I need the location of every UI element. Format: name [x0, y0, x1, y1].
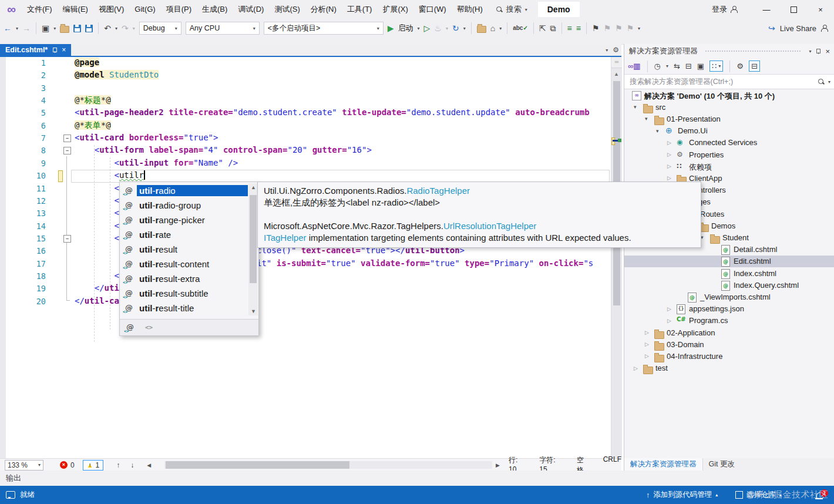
code-line[interactable]: 1@page [0, 57, 611, 69]
tree-item-index.cshtml[interactable]: @Index.cshtml [624, 267, 834, 279]
horizontal-scrollbar[interactable] [164, 461, 492, 469]
chevron-down-icon[interactable]: ▾ [638, 26, 640, 31]
fold-collapse-icon[interactable]: − [63, 135, 71, 142]
code-line[interactable]: 17it" is-submit="true" validate-form="tr… [0, 258, 611, 270]
search-box[interactable]: 搜索 ▾ [496, 4, 527, 15]
collapse-icon[interactable]: ▾ [645, 116, 648, 122]
tree-item-02-application[interactable]: ▷02-Application [624, 327, 834, 338]
expand-icon[interactable]: ▷ [645, 330, 649, 335]
code-line[interactable]: 3 [0, 82, 611, 95]
code-editor[interactable]: 1@page2@model StudentDto34@*标题*@5<util-p… [0, 57, 611, 458]
expand-icon[interactable]: ▷ [667, 163, 671, 169]
add-to-source-control-button[interactable]: ↑ 添加到源代码管理 ▴ [646, 490, 718, 500]
sign-in-button[interactable]: 登录 [712, 4, 738, 15]
menu-item[interactable]: 测试(S) [269, 0, 305, 19]
spell-check-icon[interactable]: abc✓ [513, 25, 528, 31]
code-line[interactable]: 2@model StudentDto [0, 69, 611, 82]
tag-helper-filter-icon[interactable]: @<> [125, 322, 134, 332]
next-issue-button[interactable]: ↓ [130, 461, 134, 469]
element-filter-icon[interactable]: <> [145, 324, 153, 331]
restart-button[interactable]: ↻ [452, 24, 459, 32]
save-all-button[interactable] [85, 25, 93, 32]
properties-icon[interactable]: ▣ [697, 62, 704, 70]
indent-increase-button[interactable]: ≡ [576, 24, 581, 32]
tree-item-解决方案-demo-10-个项目-共-10-个-[interactable]: ∞解决方案 'Demo' (10 个项目, 共 10 个) [624, 89, 834, 101]
expand-icon[interactable]: ▷ [667, 140, 671, 146]
panel-menu-chevron-icon[interactable]: ▾ [809, 49, 811, 54]
close-icon[interactable]: × [825, 47, 830, 56]
code-line[interactable]: 4@*标题*@ [0, 95, 611, 107]
chevron-down-icon[interactable]: ▾ [828, 79, 830, 85]
code-line[interactable]: −8 <util-form label-span="4" control-spa… [0, 145, 611, 157]
code-line[interactable]: 9 <util-input for="Name" /> [0, 157, 611, 170]
new-project-button[interactable]: ▣ [42, 24, 49, 32]
menu-item[interactable]: 项目(P) [161, 0, 197, 19]
zoom-dropdown[interactable]: 133 %▾ [5, 460, 43, 471]
start-label[interactable]: 启动 [398, 23, 413, 33]
menu-item[interactable]: 分析(N) [305, 0, 342, 19]
completion-scrollbar[interactable]: ▲ ▼ [248, 183, 258, 315]
tree-item-依赖项[interactable]: ▷∷依赖项 [624, 160, 834, 172]
pin-icon[interactable] [816, 49, 820, 53]
sync-with-active-document-icon[interactable]: ⇆ [674, 62, 680, 70]
menu-item[interactable]: Git(G) [129, 0, 160, 19]
indent-decrease-button[interactable]: ≡ [567, 24, 572, 32]
menu-item[interactable]: 工具(T) [342, 0, 378, 19]
start-debug-button[interactable]: ▶ [388, 24, 394, 32]
prev-issue-button[interactable]: ↑ [116, 461, 120, 469]
tree-item-appsettings.json[interactable]: ▷{}appsettings.json [624, 303, 834, 315]
collapse-icon[interactable]: ▾ [634, 104, 637, 110]
platform-dropdown[interactable]: Any CPU▾ [186, 22, 260, 35]
chevron-down-icon[interactable]: ▾ [666, 63, 668, 69]
expand-icon[interactable]: ▷ [667, 152, 671, 157]
solution-search-input[interactable] [628, 77, 815, 86]
tree-item-src[interactable]: ▾src [624, 101, 834, 113]
chevron-down-icon[interactable]: ▾ [16, 26, 18, 31]
save-button[interactable] [73, 25, 81, 32]
fold-collapse-icon[interactable]: − [63, 147, 71, 154]
pin-icon[interactable] [52, 48, 57, 52]
tree-item-properties[interactable]: ▷⚙Properties [624, 149, 834, 160]
menu-item[interactable]: 编辑(E) [58, 0, 93, 19]
expand-icon[interactable]: ▷ [667, 175, 671, 181]
scroll-up-icon[interactable]: ▲ [614, 71, 619, 77]
tree-item-edit.cshtml[interactable]: @Edit.cshtml [624, 256, 834, 267]
warning-counter[interactable]: ▲ 1 [83, 460, 104, 471]
tree-item-demo.ui[interactable]: ▾⊕Demo.Ui [624, 125, 834, 137]
menu-item[interactable]: 生成(B) [197, 0, 233, 19]
code-cleanup-button[interactable]: ⧉ [550, 24, 556, 32]
completion-item[interactable]: @<>util-result-content [120, 257, 258, 271]
completion-item[interactable]: @<>util-radio-group [120, 198, 258, 213]
menu-item[interactable]: 帮助(H) [452, 0, 488, 19]
start-without-debug-button[interactable]: ▷ [424, 24, 431, 32]
code-line[interactable]: 6@*表单*@ [0, 120, 611, 132]
close-tab-icon[interactable]: × [62, 46, 66, 54]
close-button[interactable]: × [807, 0, 834, 19]
scroll-down-icon[interactable]: ▼ [251, 308, 256, 314]
code-line[interactable]: 19 </util-form> [0, 283, 611, 295]
chevron-down-icon[interactable]: ▾ [115, 26, 117, 31]
live-share-button[interactable]: Live Share [780, 24, 816, 33]
scroll-right-icon[interactable]: ▶ [496, 462, 500, 468]
wrench-icon[interactable]: ⚙ [737, 62, 744, 70]
code-line[interactable]: 20</util-card> [0, 295, 611, 308]
code-line[interactable]: 18 < [0, 270, 611, 283]
completion-item[interactable]: @<>util-range-picker [120, 213, 258, 227]
tree-item-program.cs[interactable]: ▷C#Program.cs [624, 315, 834, 327]
switch-views-icon[interactable]: ∞▥ [628, 62, 641, 70]
fold-collapse-icon[interactable]: − [63, 235, 71, 243]
expand-icon[interactable]: ▷ [634, 365, 638, 371]
editor-vertical-scrollbar[interactable]: ═ ▲ [611, 57, 622, 458]
collapse-icon[interactable]: ▾ [656, 128, 659, 134]
feedback-icon[interactable] [6, 491, 15, 499]
minimize-button[interactable]: — [753, 0, 780, 19]
chevron-down-icon[interactable]: ▾ [53, 26, 56, 31]
pending-changes-filter-icon[interactable]: ◷ [654, 62, 661, 70]
menu-item[interactable]: 窗口(W) [413, 0, 452, 19]
scrollbar-thumb[interactable] [250, 195, 257, 283]
expand-icon[interactable]: ▷ [645, 353, 649, 359]
startup-project-dropdown[interactable]: <多个启动项目>▾ [264, 22, 384, 35]
code-line[interactable]: −7<util-card borderless="true"> [0, 132, 611, 145]
tree-item-03-domain[interactable]: ▷03-Domain [624, 338, 834, 350]
completion-item[interactable]: @<>util-result-subtitle [120, 286, 258, 301]
